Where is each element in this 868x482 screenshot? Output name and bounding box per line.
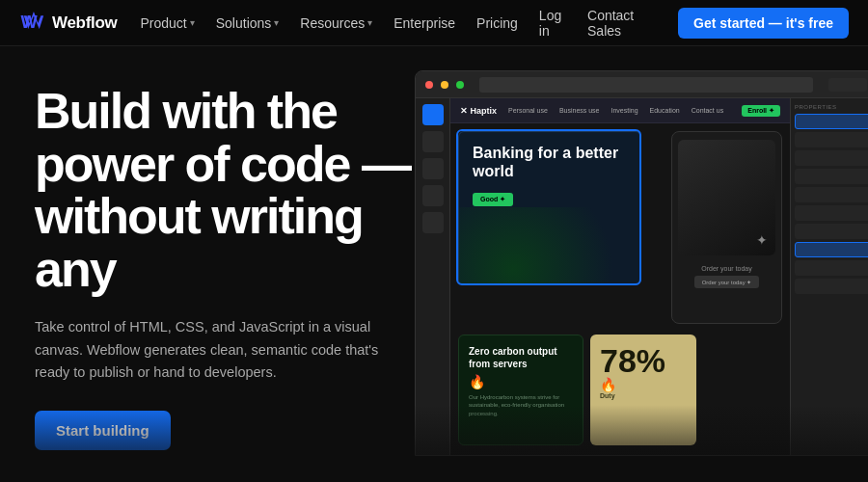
props-row-4 [795,169,868,184]
dot-yellow [441,81,448,89]
chevron-down-icon: ▾ [190,17,195,28]
card-phone-image [678,140,776,255]
preview-nav-link-5: Contact us [692,107,723,114]
navbar: W Webflow Product ▾ Solutions ▾ Resource… [0,0,868,46]
preview-logo: ✕ Haptix [460,106,497,116]
chevron-down-icon: ▾ [274,17,279,28]
card-zero-desc: Our Hydrocarbon systems strive for susta… [469,393,573,417]
props-row-5 [795,187,868,202]
props-row-2 [795,132,868,147]
preview-nav-link-1: Personal use [508,107,548,114]
nav-item-pricing[interactable]: Pricing [467,11,528,36]
preview-nav-link-3: Investing [611,107,638,114]
card-zero-inner: Zero carbon output from servers 🔥 Our Hy… [459,335,583,427]
props-row-10 [795,279,868,294]
url-bar [479,77,813,93]
nav-item-enterprise[interactable]: Enterprise [384,11,465,36]
editor-mockup: ✕ Haptix Personal use Business use Inves… [415,70,868,456]
card-banking-bg [459,207,640,284]
nav-right: Log in Contact Sales Get started — it's … [539,8,849,39]
logo-text: Webflow [52,13,117,33]
toolbar-controls [828,78,867,92]
props-row-8 [795,242,868,257]
card-zero-title: Zero carbon output from servers [469,345,573,370]
dot-green [456,81,464,89]
get-started-button[interactable]: Get started — it's free [678,8,849,39]
editor-right-panel: Properties [790,98,868,455]
webflow-logo-icon: W [19,12,46,35]
card-phone: Order your today Order your today ✦ [671,131,782,324]
login-link[interactable]: Log in [539,8,572,39]
contact-link[interactable]: Contact Sales [587,8,663,39]
hero-section: Build with the power of code — without w… [0,46,868,482]
logo[interactable]: W Webflow [19,12,117,35]
card-percent: 78% 🔥 Duty [590,335,696,445]
card-banking-title: Banking for a better world [473,144,627,180]
card-phone-button: Order your today ✦ [694,276,760,288]
preview-nav-button: Enroll ✦ [742,105,780,117]
card-banking-header: Banking for a better world Good ✦ [459,132,640,218]
editor-topbar [416,71,868,98]
props-row-6 [795,205,868,221]
editor-canvas: ✕ Haptix Personal use Business use Inves… [450,98,790,455]
props-section-title: Properties [795,104,868,110]
nav-items: Product ▾ Solutions ▾ Resources ▾ Enterp… [130,11,527,36]
card-zero: Zero carbon output from servers 🔥 Our Hy… [458,335,583,445]
editor-body: ✕ Haptix Personal use Business use Inves… [416,98,868,455]
card-percent-icon: 🔥 [600,377,687,392]
card-percent-inner: 78% 🔥 Duty [590,335,696,409]
hero-title: Build with the power of code — without w… [35,85,440,295]
card-phone-label: Order your today [701,265,752,272]
props-row-9 [795,260,868,276]
preview-navbar: ✕ Haptix Personal use Business use Inves… [450,98,790,123]
hero-content: Build with the power of code — without w… [35,85,440,450]
props-row-3 [795,150,868,166]
start-building-button[interactable]: Start building [35,411,171,450]
card-zero-icon: 🔥 [469,374,573,389]
chevron-down-icon: ▾ [367,17,372,28]
svg-text:W: W [20,12,38,31]
nav-item-resources[interactable]: Resources ▾ [290,11,382,36]
preview-nav-link-2: Business use [559,107,600,114]
preview-nav-link-4: Education [650,107,680,114]
props-row-1 [795,114,868,129]
nav-item-product[interactable]: Product ▾ [130,11,203,36]
card-banking-button: Good ✦ [473,193,513,206]
card-percent-label: Duty [600,392,687,399]
card-banking: Banking for a better world Good ✦ [458,131,641,285]
hero-description: Take control of HTML, CSS, and JavaScrip… [35,316,392,384]
props-row-7 [795,224,868,239]
nav-item-solutions[interactable]: Solutions ▾ [206,11,289,36]
card-percent-number: 78% [600,344,687,377]
hero-visual: ✕ Haptix Personal use Business use Inves… [405,56,868,480]
